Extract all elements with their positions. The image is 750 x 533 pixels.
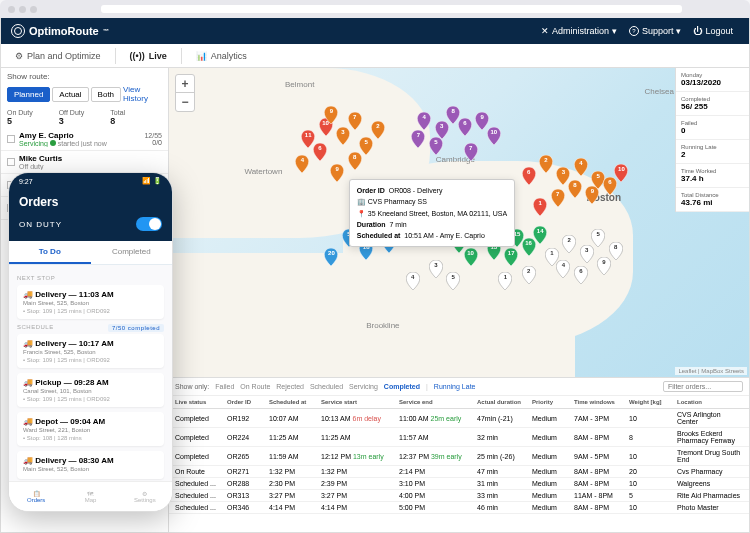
- zoom-out-button[interactable]: −: [176, 93, 194, 111]
- table-row[interactable]: Scheduled ... OR346 4:14 PM 4:14 PM 5:00…: [169, 502, 749, 514]
- route-planned-button[interactable]: Planned: [7, 87, 50, 102]
- gear-icon: ⚙: [15, 51, 23, 61]
- map-attribution: Leaflet | MapBox Streets: [675, 367, 747, 375]
- map-pin[interactable]: 3: [336, 127, 350, 145]
- signal-icon: 📶 🔋: [142, 177, 162, 185]
- map-pin[interactable]: 7: [411, 130, 425, 148]
- map-pin[interactable]: 5: [591, 229, 605, 247]
- map-pin[interactable]: 4: [295, 155, 309, 173]
- map-pin[interactable]: 4: [406, 272, 420, 290]
- map-pin[interactable]: 4: [417, 112, 431, 130]
- phone-title: Orders: [19, 195, 162, 209]
- logo[interactable]: OptimoRoute™: [11, 24, 109, 38]
- phone-stop-card[interactable]: 🚚 Depot — 09:04 AM Ward Street, 221, Bos…: [17, 412, 164, 446]
- table-row[interactable]: On Route OR271 1:32 PM 1:32 PM 2:14 PM 4…: [169, 466, 749, 478]
- map-pin[interactable]: 6: [313, 143, 327, 161]
- phone-stop-card[interactable]: 🚚 Delivery — 11:03 AM Main Street, 525, …: [17, 285, 164, 319]
- map-pin[interactable]: 7: [551, 189, 565, 207]
- tab-plan[interactable]: ⚙Plan and Optimize: [1, 44, 115, 67]
- map-pin[interactable]: 20: [324, 248, 338, 266]
- phone-nav-settings[interactable]: ⚙Settings: [118, 482, 172, 511]
- phone-stop-card[interactable]: 🚚 Delivery — 10:17 AM Francis Street, 52…: [17, 334, 164, 368]
- phone-stop-card[interactable]: 🚚 Delivery — 08:30 AM Main Street, 525, …: [17, 451, 164, 479]
- filter-onroute[interactable]: On Route: [240, 383, 270, 390]
- map-pin[interactable]: 9: [330, 164, 344, 182]
- filter-failed[interactable]: Failed: [215, 383, 234, 390]
- map-pin[interactable]: 3: [429, 260, 443, 278]
- map-pin[interactable]: 3: [580, 245, 594, 263]
- map-pin[interactable]: 5: [446, 272, 460, 290]
- filter-completed[interactable]: Completed: [384, 383, 420, 390]
- map-pin[interactable]: 6: [574, 266, 588, 284]
- phone-stop-card[interactable]: 🚚 Pickup — 09:28 AM Canal Street, 101, B…: [17, 373, 164, 407]
- filter-scheduled[interactable]: Scheduled: [310, 383, 343, 390]
- map-pin[interactable]: 9: [597, 257, 611, 275]
- table-row[interactable]: Scheduled ... OR313 3:27 PM 3:27 PM 4:00…: [169, 490, 749, 502]
- filter-rejected[interactable]: Rejected: [276, 383, 304, 390]
- table-row[interactable]: Completed OR192 10:07 AM 10:13 AM 6m del…: [169, 409, 749, 428]
- map-tooltip: Order ID OR008 - Delivery 🏢 CVS Pharmacy…: [349, 179, 515, 247]
- map-pin[interactable]: 10: [487, 127, 501, 145]
- main-tabs: ⚙Plan and Optimize ((•))Live 📊Analytics: [1, 44, 749, 68]
- map-pin[interactable]: 14: [533, 226, 547, 244]
- map[interactable]: Belmont Watertown Cambridge Boston Brook…: [169, 68, 749, 377]
- phone-tab-todo[interactable]: To Do: [9, 241, 91, 264]
- driver-row[interactable]: Amy E. Caprio Servicing started just now…: [1, 128, 168, 151]
- map-pin[interactable]: 10: [614, 164, 628, 182]
- filter-servicing[interactable]: Servicing: [349, 383, 378, 390]
- table-row[interactable]: Scheduled ... OR288 2:30 PM 2:39 PM 3:10…: [169, 478, 749, 490]
- phone-tab-completed[interactable]: Completed: [91, 241, 173, 264]
- map-pin[interactable]: 1: [533, 198, 547, 216]
- logo-icon: [11, 24, 25, 38]
- signal-icon: ((•)): [130, 51, 145, 61]
- orders-table: Show only: Failed On Route Rejected Sche…: [169, 377, 749, 532]
- map-pin[interactable]: 7: [464, 143, 478, 161]
- map-pin[interactable]: 7: [348, 112, 362, 130]
- map-pin[interactable]: 8: [348, 152, 362, 170]
- browser-chrome: [0, 0, 750, 18]
- duty-toggle[interactable]: [136, 217, 162, 231]
- brand-name: OptimoRoute: [29, 25, 99, 37]
- view-history-link[interactable]: View History: [123, 85, 162, 103]
- filter-late[interactable]: Running Late: [434, 383, 476, 390]
- map-pin[interactable]: 17: [504, 248, 518, 266]
- zoom-control: + −: [175, 74, 195, 112]
- map-pin[interactable]: 2: [562, 235, 576, 253]
- filter-orders-input[interactable]: [663, 381, 743, 392]
- phone-nav-map[interactable]: 🗺Map: [63, 482, 117, 511]
- map-pin[interactable]: 8: [568, 180, 582, 198]
- map-pin[interactable]: 6: [458, 118, 472, 136]
- route-actual-button[interactable]: Actual: [52, 87, 88, 102]
- phone-nav-orders[interactable]: 📋Orders: [9, 482, 63, 511]
- map-pin[interactable]: 2: [522, 266, 536, 284]
- tab-live[interactable]: ((•))Live: [116, 44, 181, 67]
- route-both-button[interactable]: Both: [91, 87, 121, 102]
- map-pin[interactable]: 1: [498, 272, 512, 290]
- map-pin[interactable]: 2: [539, 155, 553, 173]
- tab-analytics[interactable]: 📊Analytics: [182, 44, 261, 67]
- map-pin[interactable]: 9: [324, 106, 338, 124]
- driver-checkbox[interactable]: [7, 135, 15, 143]
- logout-button[interactable]: ⏻ Logout: [687, 26, 739, 36]
- table-row[interactable]: Completed OR265 11:59 AM 12:12 PM 13m ea…: [169, 447, 749, 466]
- table-row[interactable]: Completed OR224 11:25 AM 11:25 AM 11:57 …: [169, 428, 749, 447]
- support-menu[interactable]: ? Support ▾: [623, 26, 688, 36]
- driver-row[interactable]: Mike Curtis Off duty: [1, 151, 168, 174]
- map-pin[interactable]: 2: [371, 121, 385, 139]
- chart-icon: 📊: [196, 51, 207, 61]
- show-route-label: Show route:: [1, 68, 168, 85]
- topbar: OptimoRoute™ ✕ Administration ▾ ? Suppor…: [1, 18, 749, 44]
- stats-panel: Monday03/13/2020 Completed56/ 255 Failed…: [675, 68, 749, 212]
- driver-checkbox[interactable]: [7, 158, 15, 166]
- map-pin[interactable]: 4: [574, 158, 588, 176]
- mobile-preview: 9:27 📶 🔋 Orders ON DUTY To Do Completed …: [8, 172, 173, 512]
- admin-menu[interactable]: ✕ Administration ▾: [535, 26, 623, 36]
- zoom-in-button[interactable]: +: [176, 75, 194, 93]
- map-pin[interactable]: 4: [556, 260, 570, 278]
- map-pin[interactable]: 9: [585, 186, 599, 204]
- map-pin[interactable]: 6: [522, 167, 536, 185]
- map-pin[interactable]: 5: [429, 137, 443, 155]
